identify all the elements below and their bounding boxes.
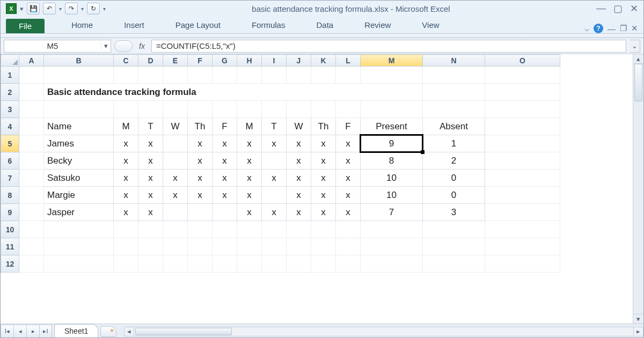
workbook-restore-icon[interactable]: ❐ <box>620 24 627 33</box>
scroll-down-icon[interactable]: ▾ <box>633 314 643 324</box>
cell-C10[interactable] <box>114 221 138 238</box>
cell-E12[interactable] <box>163 255 188 273</box>
cell-O5[interactable] <box>485 135 560 152</box>
cell-B10[interactable] <box>44 221 114 238</box>
cell-H6[interactable]: x <box>237 152 262 170</box>
scroll-left-icon[interactable]: ◂ <box>125 327 134 336</box>
cell-C12[interactable] <box>114 255 138 273</box>
cell-A11[interactable] <box>19 238 44 255</box>
cell-F7[interactable]: x <box>188 170 213 187</box>
cell-J6[interactable]: x <box>287 152 311 170</box>
cell-A6[interactable] <box>19 152 44 170</box>
cell-B4[interactable]: Name <box>44 118 114 135</box>
cell-D3[interactable] <box>138 101 163 118</box>
col-header-G[interactable]: G <box>213 55 237 67</box>
cell-H12[interactable] <box>237 255 262 273</box>
cell-N2[interactable] <box>423 84 485 101</box>
cell-K5[interactable]: x <box>311 135 336 152</box>
cell-F3[interactable] <box>188 101 213 118</box>
cell-H5[interactable]: x <box>237 135 262 152</box>
cell-H7[interactable]: x <box>237 170 262 187</box>
cell-D7[interactable]: x <box>138 170 163 187</box>
cell-F9[interactable] <box>188 204 213 221</box>
cell-N9[interactable]: 3 <box>423 204 485 221</box>
cell-L9[interactable]: x <box>336 204 361 221</box>
cell-B9[interactable]: Jasper <box>44 204 114 221</box>
cell-H11[interactable] <box>237 238 262 255</box>
cell-A9[interactable] <box>19 204 44 221</box>
vscroll-thumb[interactable] <box>634 64 642 101</box>
cell-G5[interactable]: x <box>213 135 237 152</box>
cell-I10[interactable] <box>262 221 287 238</box>
cell-C11[interactable] <box>114 238 138 255</box>
cell-M7[interactable]: 10 <box>361 170 423 187</box>
cell-A12[interactable] <box>19 255 44 273</box>
cell-G7[interactable]: x <box>213 170 237 187</box>
cell-E4[interactable]: W <box>163 118 188 135</box>
formula-bar-expand-icon[interactable]: ⌄ <box>630 40 640 53</box>
close-button[interactable]: ✕ <box>630 3 638 14</box>
row-header-9[interactable]: 9 <box>1 204 19 221</box>
cell-H9[interactable]: x <box>237 204 262 221</box>
cell-M11[interactable] <box>361 238 423 255</box>
cell-G12[interactable] <box>213 255 237 273</box>
fx-icon[interactable]: fx <box>136 42 148 50</box>
cell-N3[interactable] <box>423 101 485 118</box>
cell-N7[interactable]: 0 <box>423 170 485 187</box>
horizontal-scrollbar[interactable]: ◂ ▸ <box>124 327 643 336</box>
cell-L12[interactable] <box>336 255 361 273</box>
sheet-nav-prev[interactable]: ◂ <box>13 325 26 339</box>
cell-C1[interactable] <box>114 67 138 84</box>
name-box-dropdown-icon[interactable]: ▾ <box>101 42 111 50</box>
cell-E7[interactable]: x <box>163 170 188 187</box>
cell-E5[interactable] <box>163 135 188 152</box>
cell-I8[interactable] <box>262 187 287 204</box>
cell-F4[interactable]: Th <box>188 118 213 135</box>
cell-K4[interactable]: Th <box>311 118 336 135</box>
row-header-8[interactable]: 8 <box>1 187 19 204</box>
cell-L7[interactable]: x <box>336 170 361 187</box>
cell-M1[interactable] <box>361 67 423 84</box>
tab-review[interactable]: Review <box>354 17 401 33</box>
cell-F6[interactable]: x <box>188 152 213 170</box>
row-header-7[interactable]: 7 <box>1 170 19 187</box>
cell-D5[interactable]: x <box>138 135 163 152</box>
cell-M5[interactable]: 9 <box>361 135 423 152</box>
qat-dropdown-icon[interactable]: ▾ <box>20 5 24 13</box>
cell-K9[interactable]: x <box>311 204 336 221</box>
sheet-nav-next[interactable]: ▸ <box>26 325 39 339</box>
cell-G6[interactable]: x <box>213 152 237 170</box>
cell-C3[interactable] <box>114 101 138 118</box>
cell-H10[interactable] <box>237 221 262 238</box>
cell-J8[interactable]: x <box>287 187 311 204</box>
cell-B6[interactable]: Becky <box>44 152 114 170</box>
spreadsheet-grid[interactable]: ABCDEFGHIJKLMNO12Basic attendance tracki… <box>1 54 560 273</box>
redo-button[interactable]: ↷ <box>65 3 78 14</box>
cell-M6[interactable]: 8 <box>361 152 423 170</box>
hscroll-thumb[interactable] <box>135 328 232 335</box>
col-header-O[interactable]: O <box>485 55 560 67</box>
cell-I5[interactable]: x <box>262 135 287 152</box>
col-header-M[interactable]: M <box>361 55 423 67</box>
cell-G3[interactable] <box>213 101 237 118</box>
cell-G11[interactable] <box>213 238 237 255</box>
ribbon-minimize-icon[interactable]: ⌵ <box>584 24 589 33</box>
cell-B5[interactable]: James <box>44 135 114 152</box>
sheet-nav-last[interactable]: ▸I <box>39 325 52 339</box>
row-header-1[interactable]: 1 <box>1 67 19 84</box>
cell-C6[interactable]: x <box>114 152 138 170</box>
cell-H1[interactable] <box>237 67 262 84</box>
cell-A3[interactable] <box>19 101 44 118</box>
col-header-J[interactable]: J <box>287 55 311 67</box>
cell-O4[interactable] <box>485 118 560 135</box>
cell-E11[interactable] <box>163 238 188 255</box>
formula-input[interactable]: =COUNTIF(C5:L5,"x") <box>151 40 626 53</box>
cell-G8[interactable]: x <box>213 187 237 204</box>
cell-J5[interactable]: x <box>287 135 311 152</box>
row-header-3[interactable]: 3 <box>1 101 19 118</box>
cell-A4[interactable] <box>19 118 44 135</box>
col-header-C[interactable]: C <box>114 55 138 67</box>
col-header-F[interactable]: F <box>188 55 213 67</box>
cell-J11[interactable] <box>287 238 311 255</box>
scroll-up-icon[interactable]: ▴ <box>633 54 643 64</box>
